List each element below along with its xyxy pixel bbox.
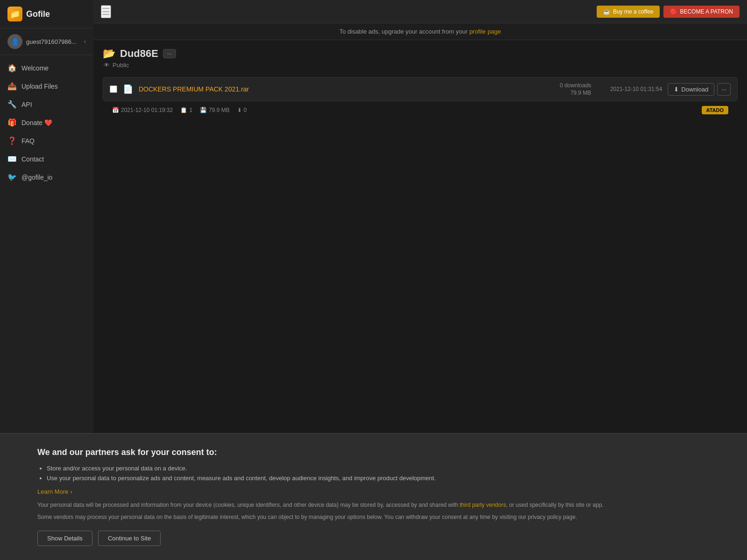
consent-item-2: Use your personal data to personalize ad… — [47, 475, 710, 482]
visibility-icon: 👁 — [104, 62, 110, 69]
file-name[interactable]: DOCKERS PREMIUM PACK 2021.rar — [139, 85, 554, 93]
third-party-link[interactable]: third party vendors — [460, 502, 506, 508]
chevron-right-icon: › — [70, 488, 72, 495]
continue-to-site-button[interactable]: Continue to Site — [98, 531, 161, 546]
coffee-icon: ☕ — [603, 8, 610, 15]
profile-page-link[interactable]: profile page — [469, 28, 501, 35]
info-size-value: 79.9 MB — [209, 107, 230, 113]
sidebar-item-contact[interactable]: ✉️ Contact — [0, 150, 93, 168]
api-icon: 🔧 — [7, 100, 17, 109]
ad-banner: To disable ads, upgrade your account fro… — [93, 23, 747, 40]
download-button[interactable]: ⬇ Download — [668, 83, 714, 96]
file-info-size: 💾 79.9 MB — [200, 107, 230, 113]
status-button[interactable]: ATADO — [702, 106, 728, 114]
consent-list: Store and/or access your personal data o… — [47, 465, 710, 482]
donate-icon: 🎁 — [7, 118, 17, 127]
become-patron-button[interactable]: 🔴 BECOME A PATRON — [663, 6, 740, 18]
file-meta: 0 downloads 79.9 MB — [560, 82, 591, 96]
folder-visibility-label: Public — [113, 62, 129, 69]
buy-coffee-label: Buy me a coffee — [613, 8, 654, 15]
file-checkbox[interactable] — [110, 85, 117, 93]
file-list: 📄 DOCKERS PREMIUM PACK 2021.rar 0 downlo… — [93, 72, 747, 124]
consent-body-2: Some vendors may process your personal d… — [37, 513, 710, 521]
sidebar-item-label: Donate ❤️ — [21, 119, 52, 126]
twitter-icon: 🐦 — [7, 173, 17, 182]
ad-text: To disable ads, upgrade your account fro… — [339, 28, 469, 35]
show-details-button[interactable]: Show Details — [37, 531, 92, 546]
consent-body-text-end: , or used specifically by this site or a… — [506, 502, 604, 508]
sidebar-item-faq[interactable]: ❓ FAQ — [0, 132, 93, 150]
folder-icon: 📂 — [103, 48, 115, 60]
contact-icon: ✉️ — [7, 154, 17, 163]
username: guest791607986... — [26, 38, 80, 45]
sidebar-item-api[interactable]: 🔧 API — [0, 95, 93, 113]
sidebar-item-label: FAQ — [21, 137, 35, 145]
user-profile[interactable]: 👤 guest791607986... ‹ — [0, 28, 93, 55]
buy-coffee-button[interactable]: ☕ Buy me a coffee — [597, 6, 660, 18]
upload-icon: 📤 — [7, 82, 17, 91]
learn-more-link[interactable]: Learn More › — [37, 488, 710, 495]
sidebar-item-welcome[interactable]: 🏠 Welcome — [0, 59, 93, 77]
patron-icon: 🔴 — [670, 8, 677, 15]
info-date-value: 2021-12-10 01:19:32 — [121, 107, 173, 113]
sidebar-item-label: Contact — [21, 155, 44, 163]
consent-body-text-1: Your personal data will be processed and… — [37, 502, 460, 508]
table-row: 📄 DOCKERS PREMIUM PACK 2021.rar 0 downlo… — [103, 77, 738, 101]
consent-buttons: Show Details Continue to Site — [37, 531, 710, 546]
app-name: Gofile — [26, 9, 50, 19]
file-size: 79.9 MB — [571, 90, 592, 96]
folder-name: Dud86E — [120, 48, 158, 60]
file-downloads: 0 downloads — [560, 82, 591, 89]
sidebar-item-label: @gofile_io — [21, 174, 52, 181]
file-actions: ⬇ Download ··· — [668, 83, 731, 96]
sidebar-item-upload[interactable]: 📤 Upload Files — [0, 77, 93, 95]
consent-body-1: Your personal data will be processed and… — [37, 501, 710, 509]
file-type-icon: 📄 — [123, 84, 133, 94]
learn-more-label: Learn More — [37, 488, 68, 495]
size-icon: 💾 — [200, 107, 207, 113]
faq-icon: ❓ — [7, 136, 17, 145]
topbar: ☰ ☕ Buy me a coffee 🔴 BECOME A PATRON — [93, 0, 747, 23]
file-info-date: 📅 2021-12-10 01:19:32 — [112, 107, 173, 113]
sidebar-item-twitter[interactable]: 🐦 @gofile_io — [0, 168, 93, 186]
file-info-row: 📅 2021-12-10 01:19:32 📋 1 💾 79.9 MB ⬇ 0 … — [103, 102, 738, 119]
info-downloads-value: 0 — [244, 107, 247, 113]
topbar-actions: ☕ Buy me a coffee 🔴 BECOME A PATRON — [597, 6, 740, 18]
more-options-button[interactable]: ··· — [717, 83, 731, 96]
calendar-icon: 📅 — [112, 107, 119, 113]
file-info-downloads: ⬇ 0 — [237, 107, 247, 113]
consent-title: We and our partners ask for your consent… — [37, 448, 710, 457]
sidebar-item-label: API — [21, 101, 32, 108]
folder-menu-button[interactable]: ··· — [163, 49, 176, 58]
patron-label: BECOME A PATRON — [680, 8, 733, 15]
chevron-icon: ‹ — [84, 38, 86, 45]
sidebar-item-label: Upload Files — [21, 83, 58, 90]
consent-item-1: Store and/or access your personal data o… — [47, 465, 710, 472]
download-icon: ⬇ — [674, 86, 679, 93]
info-files-value: 1 — [189, 107, 192, 113]
file-date: 2021-12-10 01:31:54 — [597, 86, 662, 92]
sidebar-item-donate[interactable]: 🎁 Donate ❤️ — [0, 113, 93, 132]
sidebar-item-label: Welcome — [21, 64, 49, 72]
downloads-icon: ⬇ — [237, 107, 242, 113]
home-icon: 🏠 — [7, 63, 17, 72]
consent-overlay: We and our partners ask for your consent… — [0, 433, 747, 560]
files-icon: 📋 — [180, 107, 187, 113]
logo-icon: 📁 — [7, 7, 22, 21]
folder-header: 📂 Dud86E ··· 👁 Public — [93, 40, 747, 72]
folder-title-row: 📂 Dud86E ··· — [103, 48, 738, 60]
sidebar-logo: 📁 Gofile — [0, 0, 93, 28]
hamburger-button[interactable]: ☰ — [101, 5, 111, 18]
file-info-count: 📋 1 — [180, 107, 192, 113]
avatar: 👤 — [7, 34, 22, 49]
download-label: Download — [681, 86, 708, 93]
folder-visibility: 👁 Public — [103, 62, 738, 69]
